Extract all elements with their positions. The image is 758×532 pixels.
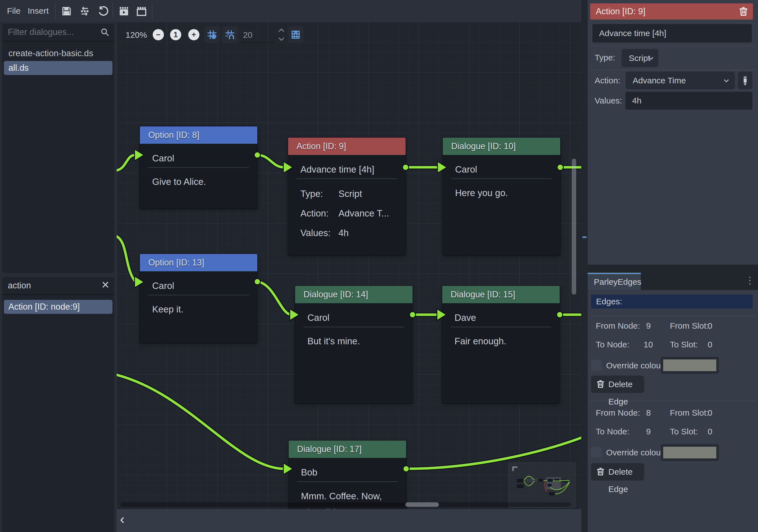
edge-to-option-13[interactable]	[117, 236, 135, 281]
delete-edge-button[interactable]: Delete Edge	[591, 463, 644, 480]
divider	[590, 70, 755, 70]
override-colour-checkbox[interactable]	[591, 360, 602, 371]
grid-snap-toggle-icon[interactable]	[204, 26, 220, 43]
zoom-out-button[interactable]: −	[153, 29, 164, 40]
values-field[interactable]: 4h	[625, 92, 752, 110]
edges-header[interactable]: Edges:	[591, 295, 753, 308]
tab-parleyedges[interactable]: ParleyEdges	[588, 273, 641, 290]
node-title: Dialogue [ID: 10]	[451, 141, 516, 151]
node-title: Action [ID: 9]	[296, 141, 346, 151]
panel-menu-icon[interactable]: ⋮	[745, 275, 755, 286]
colour-picker-button[interactable]	[661, 357, 719, 374]
trash-icon	[596, 379, 605, 388]
edge-to-dialogue-17[interactable]	[117, 375, 284, 469]
from-slot-value: 0	[707, 321, 712, 331]
filter-dialogues-input[interactable]	[7, 26, 98, 39]
edge-13-14[interactable]	[257, 282, 290, 314]
graph-node-dialogue-17[interactable]: Dialogue [ID: 17] Bob Mmm. Coffee. Now, …	[289, 441, 406, 509]
node-header[interactable]: Dialogue [ID: 10]	[443, 138, 560, 155]
clear-search-icon[interactable]: ✕	[101, 279, 110, 291]
node-text: Give to Alice.	[140, 168, 257, 190]
trash-icon	[596, 467, 605, 476]
graph-node-dialogue-15[interactable]: Dialogue [ID: 15] Dave Fair enough.	[442, 286, 560, 403]
menu-bar: File Insert	[0, 0, 581, 22]
node-text: Keep it.	[140, 295, 257, 317]
from-slot-label: From Slot:	[670, 321, 708, 331]
graph-node-option-13[interactable]: Option [ID: 13] Carol Keep it.	[140, 254, 257, 343]
type-label: Type:	[595, 53, 615, 62]
delete-edge-button[interactable]: Delete Edge	[591, 376, 644, 393]
node-header[interactable]: Dialogue [ID: 14]	[295, 286, 413, 303]
horizontal-scrollbar-track[interactable]	[121, 502, 571, 507]
zoom-reset-button[interactable]: 1	[170, 29, 181, 40]
node-header[interactable]: Action [ID: 9]	[288, 138, 405, 155]
node-speaker: Carol	[295, 303, 413, 327]
graph-node-option-8[interactable]: Option [ID: 8] Carol Give to Alice.	[140, 126, 257, 208]
filter-dialogues-row	[2, 23, 114, 42]
to-node-label: To Node:	[596, 427, 629, 436]
play-dialogue-icon[interactable]	[118, 6, 129, 17]
node-header[interactable]: Option [ID: 13]	[140, 254, 257, 271]
file-item-selected[interactable]: all.ds	[4, 61, 113, 75]
snap-distance-value[interactable]: 20	[243, 30, 252, 40]
menu-insert[interactable]: Insert	[28, 0, 49, 22]
to-node-value: 10	[643, 340, 653, 349]
from-node-value: 8	[646, 408, 651, 418]
from-slot-value: 0	[707, 408, 712, 418]
inspector-header: Action [ID: 9]	[590, 3, 753, 19]
grid-magnet-toggle-icon[interactable]	[222, 26, 238, 43]
node-field-row: Type: Script	[288, 184, 405, 204]
node-field-row: Action: Advance T...	[288, 204, 405, 223]
override-colour-label: Override colour:	[606, 448, 666, 457]
node-search-input[interactable]	[7, 279, 98, 292]
save-icon[interactable]	[61, 6, 72, 17]
minimap[interactable]	[508, 462, 576, 508]
panel-separator[interactable]	[581, 0, 588, 532]
collapse-sidebar-icon[interactable]: ‹	[120, 511, 124, 527]
node-header[interactable]: Option [ID: 8]	[140, 126, 257, 144]
edge-to-option-8[interactable]	[117, 155, 135, 170]
menu-separator	[152, 3, 153, 19]
from-node-label: From Node:	[596, 408, 640, 418]
divider	[590, 401, 755, 401]
dialogues-panel: create-action-basic.ds all.ds	[2, 23, 114, 273]
action-name-field[interactable]: Advance time [4h]	[592, 24, 752, 43]
horizontal-scrollbar-thumb[interactable]	[405, 502, 439, 507]
to-node-label: To Node:	[596, 340, 629, 349]
action-label: Action:	[595, 76, 620, 85]
spin-up-icon[interactable]	[278, 27, 285, 34]
inspector-panel: Action [ID: 9] Advance time [4h] Type: S…	[588, 0, 758, 532]
graph-node-dialogue-14[interactable]: Dialogue [ID: 14] Carol But it's mine.	[295, 286, 413, 403]
delete-node-icon[interactable]	[739, 6, 748, 17]
bottom-tab-strip: ParleyEdges ⋮	[588, 265, 758, 290]
search-result-item[interactable]: Action [ID: node:9]	[4, 300, 113, 314]
sidebar: create-action-basic.ds all.ds ✕ Action […	[0, 22, 117, 532]
node-header[interactable]: Dialogue [ID: 17]	[289, 441, 406, 458]
graph-node-action-9[interactable]: Action [ID: 9] Advance time [4h] Type: S…	[288, 138, 405, 255]
type-dropdown[interactable]: Script	[622, 49, 658, 67]
reorder-nodes-icon[interactable]	[79, 6, 90, 17]
undo-icon[interactable]	[97, 6, 109, 17]
file-item[interactable]: create-action-basic.ds	[4, 47, 113, 60]
node-speaker: Carol	[140, 271, 257, 295]
colour-picker-button[interactable]	[661, 444, 719, 461]
node-header[interactable]: Dialogue [ID: 15]	[442, 286, 560, 303]
to-slot-value: 0	[707, 340, 712, 349]
zoom-in-button[interactable]: +	[188, 29, 199, 40]
override-colour-checkbox[interactable]	[591, 447, 602, 458]
spin-down-icon[interactable]	[278, 36, 285, 42]
graph-node-dialogue-10[interactable]: Dialogue [ID: 10] Carol Here you go.	[443, 138, 560, 255]
graph-canvas[interactable]: 120% − 1 + 20 Option [ID: 8] Carol Give …	[117, 22, 581, 509]
menu-file[interactable]: File	[7, 0, 20, 22]
dialogue-box-icon[interactable]	[136, 6, 147, 17]
edge-8-9[interactable]	[257, 155, 284, 167]
node-speaker: Bob	[289, 458, 406, 481]
canvas-footer: ‹	[117, 509, 581, 532]
field-label: Type:	[300, 189, 323, 199]
splitter-handle-icon[interactable]	[582, 236, 587, 238]
action-dropdown[interactable]: Advance Time	[625, 72, 735, 89]
vertical-scrollbar[interactable]	[572, 159, 576, 295]
edit-action-button[interactable]	[738, 72, 752, 89]
minimap-toggle-icon[interactable]	[288, 26, 303, 43]
colour-swatch	[663, 447, 716, 458]
